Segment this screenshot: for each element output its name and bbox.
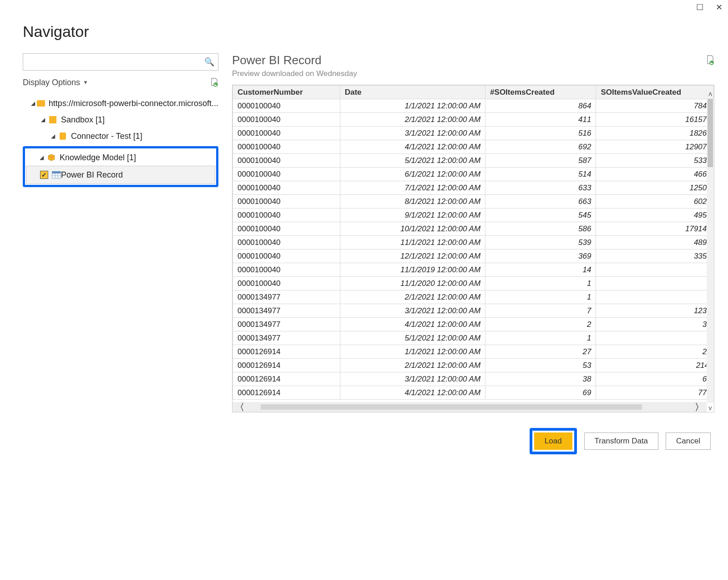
- table-row[interactable]: 00001000402/1/2021 12:00:00 AM41116157.: [233, 113, 714, 127]
- display-options-dropdown[interactable]: Display Options ▼: [23, 78, 88, 87]
- table-row[interactable]: 00001000405/1/2021 12:00:00 AM587533.: [233, 154, 714, 168]
- search-input[interactable]: [27, 58, 204, 66]
- scroll-down-icon[interactable]: v: [707, 404, 714, 412]
- table-cell: [596, 263, 714, 277]
- vertical-scrollbar[interactable]: ʌ v: [707, 99, 714, 403]
- table-row[interactable]: 00001000407/1/2021 12:00:00 AM6331250.: [233, 181, 714, 195]
- table-cell: 864: [485, 99, 596, 113]
- table-cell: 3.: [596, 318, 714, 331]
- table-row[interactable]: 000010004011/1/2021 12:00:00 AM539489.: [233, 236, 714, 249]
- table-cell: 0000100040: [233, 195, 340, 209]
- annotation-highlight-tree: ◢ Knowledge Model [1] Power BI Record: [23, 146, 218, 187]
- table-cell: 0000134977: [233, 331, 340, 345]
- table-cell: 16157.: [596, 113, 714, 127]
- column-header[interactable]: CustomerNumber: [233, 86, 340, 99]
- table-cell: 11/1/2019 12:00:00 AM: [340, 263, 485, 277]
- table-cell: 3/1/2021 12:00:00 AM: [340, 304, 485, 318]
- table-cell: 0000126914: [233, 386, 340, 400]
- table-row[interactable]: 00001000408/1/2021 12:00:00 AM663602.: [233, 195, 714, 209]
- scroll-up-icon[interactable]: ʌ: [707, 90, 714, 98]
- table-row[interactable]: 00001269144/1/2021 12:00:00 AM6977.: [233, 386, 714, 400]
- expand-collapse-icon[interactable]: ◢: [51, 133, 58, 139]
- scroll-left-icon[interactable]: 〈: [235, 401, 244, 413]
- table-cell: 69: [485, 386, 596, 400]
- table-row[interactable]: 000010004011/1/2020 12:00:00 AM1: [233, 277, 714, 290]
- expand-collapse-icon[interactable]: ◢: [41, 117, 48, 123]
- table-cell: 4/1/2021 12:00:00 AM: [340, 318, 485, 331]
- table-cell: 489.: [596, 236, 714, 249]
- table-cell: 0000100040: [233, 168, 340, 181]
- database-icon: [58, 132, 67, 140]
- tree-leaf-label: Power BI Record: [61, 170, 123, 180]
- table-cell: 0000100040: [233, 263, 340, 277]
- table-row[interactable]: 00001349772/1/2021 12:00:00 AM1: [233, 290, 714, 304]
- window-maximize-button[interactable]: ☐: [694, 2, 705, 13]
- table-cell: 1826.: [596, 127, 714, 140]
- tree-node-label: Knowledge Model [1]: [60, 153, 136, 163]
- tree-node-knowledge-model[interactable]: ◢ Knowledge Model [1]: [26, 149, 215, 166]
- tree-node-power-bi-record[interactable]: Power BI Record: [26, 166, 215, 184]
- table-cell: 4/1/2021 12:00:00 AM: [340, 140, 485, 154]
- column-header[interactable]: Date: [340, 86, 485, 99]
- table-cell: 0000100040: [233, 222, 340, 236]
- table-row[interactable]: 00001349774/1/2021 12:00:00 AM23.: [233, 318, 714, 331]
- table-cell: 5/1/2021 12:00:00 AM: [340, 154, 485, 168]
- scrollbar-thumb[interactable]: [708, 99, 713, 167]
- table-row[interactable]: 00001349773/1/2021 12:00:00 AM7123.: [233, 304, 714, 318]
- transform-data-button[interactable]: Transform Data: [584, 432, 658, 450]
- table-row[interactable]: 00001269141/1/2021 12:00:00 AM272.: [233, 345, 714, 359]
- table-cell: 533.: [596, 154, 714, 168]
- search-icon[interactable]: 🔍: [204, 57, 214, 67]
- table-row[interactable]: 00001000404/1/2021 12:00:00 AM69212907.: [233, 140, 714, 154]
- tree-node-label: Sandbox [1]: [61, 115, 105, 125]
- table-cell: 0000126914: [233, 372, 340, 386]
- page-refresh-icon[interactable]: [210, 78, 218, 87]
- window-close-button[interactable]: ✕: [713, 2, 724, 13]
- table-cell: 3/1/2021 12:00:00 AM: [340, 372, 485, 386]
- horizontal-scrollbar[interactable]: 〈 〉: [233, 402, 707, 412]
- table-header-row: CustomerNumber Date #SOItemsCreated SOIt…: [233, 86, 714, 99]
- table-cell: 14: [485, 263, 596, 277]
- table-cell: [596, 331, 714, 345]
- expand-collapse-icon[interactable]: ◢: [31, 100, 37, 107]
- table-row[interactable]: 00001000409/1/2021 12:00:00 AM545495.: [233, 209, 714, 222]
- scroll-right-icon[interactable]: 〉: [695, 401, 704, 413]
- table-cell: 12907.: [596, 140, 714, 154]
- table-row[interactable]: 000010004012/1/2021 12:00:00 AM369335.: [233, 249, 714, 263]
- load-button[interactable]: Load: [534, 432, 572, 450]
- table-row[interactable]: 000010004010/1/2021 12:00:00 AM58617914.: [233, 222, 714, 236]
- table-cell: [596, 277, 714, 290]
- table-row[interactable]: 000010004011/1/2019 12:00:00 AM14: [233, 263, 714, 277]
- table-row[interactable]: 00001000401/1/2021 12:00:00 AM864784.: [233, 99, 714, 113]
- checkbox-checked-icon[interactable]: [40, 171, 48, 179]
- scrollbar-thumb[interactable]: [261, 404, 642, 410]
- table-row[interactable]: 00001349775/1/2021 12:00:00 AM1: [233, 331, 714, 345]
- svg-rect-7: [52, 172, 61, 173]
- tree-node-connector[interactable]: ◢ Connector - Test [1]: [23, 128, 218, 144]
- table-cell: 7/1/2021 12:00:00 AM: [340, 181, 485, 195]
- refresh-preview-icon[interactable]: [706, 55, 714, 67]
- table-row[interactable]: 00001269143/1/2021 12:00:00 AM386.: [233, 372, 714, 386]
- table-cell: 11/1/2021 12:00:00 AM: [340, 236, 485, 249]
- sandbox-icon: [48, 116, 57, 124]
- table-row[interactable]: 00001000403/1/2021 12:00:00 AM5161826.: [233, 127, 714, 140]
- column-header[interactable]: #SOItemsCreated: [485, 86, 596, 99]
- table-cell: 514: [485, 168, 596, 181]
- table-row[interactable]: 00001000406/1/2021 12:00:00 AM514466.: [233, 168, 714, 181]
- table-cell: 1: [485, 290, 596, 304]
- table-cell: 1: [485, 331, 596, 345]
- table-cell: 11/1/2020 12:00:00 AM: [340, 277, 485, 290]
- table-cell: 0000134977: [233, 290, 340, 304]
- tree-node-sandbox[interactable]: ◢ Sandbox [1]: [23, 112, 218, 128]
- preview-grid: CustomerNumber Date #SOItemsCreated SOIt…: [232, 85, 714, 412]
- expand-collapse-icon[interactable]: ◢: [40, 154, 47, 161]
- column-header[interactable]: SOItemsValueCreated: [596, 86, 714, 99]
- table-row[interactable]: 00001269142/1/2021 12:00:00 AM53214: [233, 359, 714, 372]
- tree-node-label: https://microsoft-powerbi-connector.micr…: [49, 99, 218, 108]
- cancel-button[interactable]: Cancel: [666, 432, 711, 450]
- table-cell: 369: [485, 249, 596, 263]
- table-cell: 9/1/2021 12:00:00 AM: [340, 209, 485, 222]
- table-cell: 0000100040: [233, 249, 340, 263]
- search-input-container[interactable]: 🔍: [23, 53, 218, 71]
- tree-node-root[interactable]: ◢ https://microsoft-powerbi-connector.mi…: [23, 95, 218, 112]
